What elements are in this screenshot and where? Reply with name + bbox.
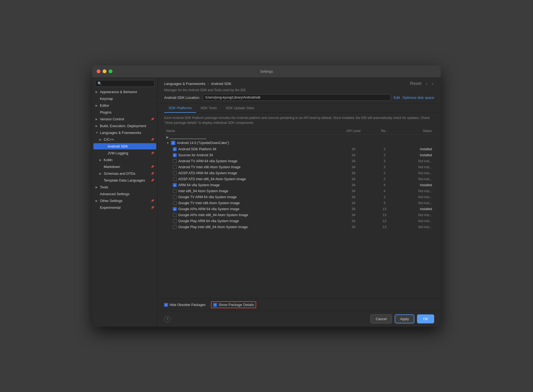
table-row[interactable]: Google TV ARM 64 v8a System Image 34 3 N…: [164, 194, 434, 200]
item-label: Google APIs ARM 64 v8a System Image: [178, 207, 239, 211]
sidebar-item-plugins[interactable]: Plugins: [93, 109, 156, 115]
sidebar-item-jvm-logging[interactable]: JVM Logging 📌: [93, 150, 156, 156]
table-row[interactable]: Intel x86_64 Atom System Image 34 4 Not …: [164, 188, 434, 194]
table-row[interactable]: Google Play Intel x86_64 Atom System Ima…: [164, 224, 434, 230]
item-name: Android TV ARM 64 v8a System Image: [166, 159, 333, 163]
checkbox-google-apis-intel[interactable]: [173, 213, 177, 217]
item-name: AOSP ATD Intel x86_64 Atom System Image: [166, 177, 333, 181]
checkbox-hide-obsolete[interactable]: [164, 303, 168, 307]
sidebar-item-android-sdk[interactable]: Android SDK: [93, 143, 156, 149]
item-name: Sources for Android 34: [166, 153, 333, 157]
edit-button[interactable]: Edit: [394, 96, 400, 100]
table-row[interactable]: ARM 64 v8a System Image 34 4 Installed: [164, 182, 434, 188]
status: Not inst...: [397, 164, 434, 170]
table-row[interactable]: Android TV Intel x86 Atom System Image 3…: [164, 164, 434, 170]
item-label: ARM 64 v8a System Image: [178, 183, 220, 187]
checkbox-android-tv-intel[interactable]: [173, 165, 177, 169]
checkbox-google-apis-arm[interactable]: [173, 207, 177, 211]
sdk-location-input[interactable]: [203, 94, 391, 101]
apply-button[interactable]: Apply: [395, 314, 415, 323]
item-name: ARM 64 v8a System Image: [166, 183, 333, 187]
table-row[interactable]: Android TV ARM 64 v8a System Image 34 3 …: [164, 158, 434, 164]
checkbox-show-pkg[interactable]: [213, 303, 217, 307]
checkbox-aosp-atd-arm[interactable]: [173, 171, 177, 175]
checkbox-google-tv-intel[interactable]: [173, 201, 177, 205]
checkbox-android-sdk-platform-34[interactable]: [173, 147, 177, 151]
breadcrumb-separator: ›: [208, 82, 209, 86]
checkbox-intel-x86-64[interactable]: [173, 189, 177, 193]
breadcrumb-parent[interactable]: Languages & Frameworks: [164, 82, 206, 86]
checkbox-aosp-atd-intel[interactable]: [173, 177, 177, 181]
checkbox-sources-android-34[interactable]: [173, 153, 177, 157]
group-name: ▼ A Android 14.0 ("UpsideDownCake"): [166, 141, 432, 145]
api-level: 34: [335, 170, 372, 176]
forward-button[interactable]: ›: [431, 81, 434, 86]
pin-icon: 📌: [151, 206, 154, 209]
checkbox-android-tv-arm[interactable]: [173, 159, 177, 163]
revision: 2: [372, 176, 397, 182]
revision: 4: [372, 182, 397, 188]
sidebar-item-advanced[interactable]: Advanced Settings: [93, 191, 156, 197]
tab-sdk-tools[interactable]: SDK Tools: [196, 104, 221, 113]
minimize-button[interactable]: [103, 69, 106, 73]
revision: 2: [372, 170, 397, 176]
expand-arrow: ▶: [99, 172, 103, 175]
table-row[interactable]: Google Play ARM 64 v8a System Image 34 1…: [164, 218, 434, 224]
sidebar-item-version-control[interactable]: ▶ Version Control 📌: [93, 116, 156, 122]
sidebar-item-languages[interactable]: ▼ Languages & Frameworks: [93, 130, 156, 136]
table-row[interactable]: Google APIs ARM 64 v8a System Image 34 1…: [164, 206, 434, 212]
table-description: Each Android SDK Platform package includ…: [164, 113, 434, 127]
help-button[interactable]: ?: [164, 316, 171, 322]
tab-sdk-update-sites[interactable]: SDK Update Sites: [221, 104, 259, 113]
table-row[interactable]: AOSP ATD Intel x86_64 Atom System Image …: [164, 176, 434, 182]
sidebar-item-editor[interactable]: ▶ Editor: [93, 102, 156, 109]
table-row[interactable]: Google TV Intel x86 Atom System Image 34…: [164, 200, 434, 206]
table-row-group-android14[interactable]: ▼ A Android 14.0 ("UpsideDownCake"): [164, 140, 434, 146]
item-label: Android SDK Platform 34: [178, 147, 216, 151]
checkbox-google-play-intel[interactable]: [173, 225, 177, 229]
sidebar-item-appearance[interactable]: ▶ Appearance & Behavior: [93, 89, 156, 95]
tab-sdk-platforms[interactable]: SDK Platforms: [164, 104, 196, 113]
table-body: ▶ ▁▁▁▁▁▁▁▁▁▁▁▁▁▁▁ ▼ A Android 14.0 ("Ups…: [164, 135, 434, 230]
pin-icon: 📌: [151, 179, 154, 182]
sidebar-item-experimental[interactable]: Experimental 📌: [93, 204, 156, 211]
checkbox-google-tv-arm[interactable]: [173, 195, 177, 199]
sidebar-item-cpp[interactable]: ▶ C/C++ 📌: [93, 136, 156, 143]
item-name: Android TV Intel x86 Atom System Image: [166, 165, 333, 169]
ok-button[interactable]: OK: [417, 314, 434, 323]
sidebar-item-kotlin[interactable]: ▶ Kotlin: [93, 157, 156, 163]
cancel-button[interactable]: Cancel: [370, 314, 392, 323]
table-row[interactable]: Android SDK Platform 34 34 3 Installed: [164, 146, 434, 152]
sidebar-item-label: Editor: [100, 103, 109, 108]
table-row[interactable]: Sources for Android 34 34 2 Installed: [164, 152, 434, 158]
checkbox-arm64-v8a[interactable]: [173, 183, 177, 187]
sidebar-item-keymap[interactable]: Keymap: [93, 96, 156, 102]
table-header: Name API Level Re... Status: [164, 127, 434, 135]
table-row[interactable]: Google APIs Intel x86_64 Atom System Ima…: [164, 212, 434, 218]
back-button[interactable]: ‹: [425, 81, 428, 86]
reset-button[interactable]: Reset: [409, 81, 423, 86]
sidebar-item-schemas[interactable]: ▶ Schemas and DTDs 📌: [93, 170, 156, 177]
sidebar-item-other[interactable]: ▶ Other Settings 📌: [93, 198, 156, 204]
status: Not inst...: [397, 218, 434, 224]
revision: 4: [372, 188, 397, 194]
collapse-arrow[interactable]: ▼: [166, 141, 169, 145]
sidebar-item-label: JVM Logging: [108, 151, 128, 155]
revision: 3: [372, 158, 397, 164]
checkbox-google-play-arm[interactable]: [173, 219, 177, 223]
sidebar-item-template-data[interactable]: Template Data Languages 📌: [93, 177, 156, 183]
search-input[interactable]: [103, 82, 152, 85]
sidebar-item-markdown[interactable]: Markdown 📌: [93, 164, 156, 170]
sidebar-item-build[interactable]: ▶ Build, Execution, Deployment: [93, 123, 156, 129]
optimize-disk-button[interactable]: Optimize disk space: [403, 96, 434, 100]
expand-arrow: ▶: [96, 124, 99, 127]
revision: 3: [372, 194, 397, 200]
expand-arrow: ▶: [96, 104, 99, 107]
api-level: 34: [335, 206, 372, 212]
maximize-button[interactable]: [109, 69, 112, 73]
table-row[interactable]: AOSP ATD ARM 64 v8a System Image 34 2 No…: [164, 170, 434, 176]
close-button[interactable]: [97, 69, 100, 73]
search-box[interactable]: 🔍: [95, 80, 155, 87]
status: Installed: [397, 146, 434, 152]
sidebar-item-tools[interactable]: ▶ Tools: [93, 184, 156, 190]
